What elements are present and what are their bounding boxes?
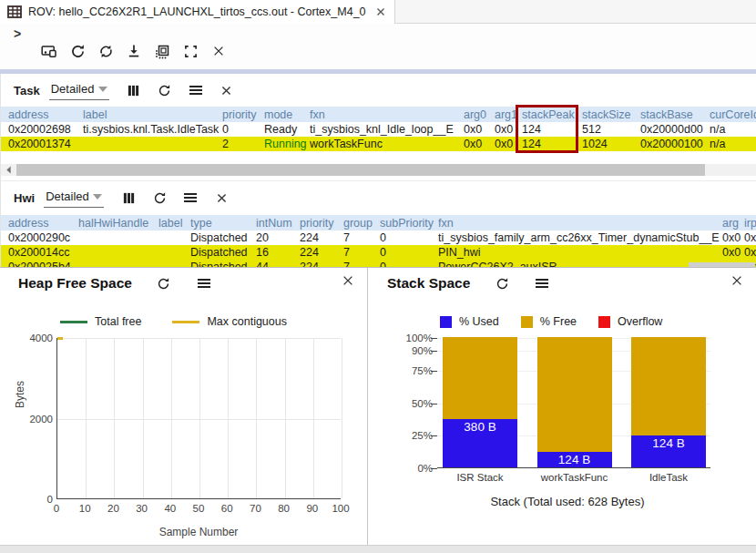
column-header-label[interactable]: label [158, 215, 190, 230]
column-header-mode[interactable]: mode [264, 107, 310, 122]
close-icon[interactable] [730, 274, 743, 287]
expand-icon[interactable] [182, 43, 199, 59]
x-tick-label: 50 [193, 503, 205, 514]
cell-group: 7 [343, 260, 380, 267]
cell-label [83, 137, 222, 151]
column-header-fxn[interactable]: fxn [438, 215, 722, 230]
column-header-irp[interactable]: irp [744, 215, 756, 230]
column-header-stackBase[interactable]: stackBase [640, 107, 710, 122]
refresh-icon[interactable] [69, 43, 86, 59]
cell-stackPeak: 124 [522, 137, 582, 151]
menu-icon[interactable] [182, 189, 199, 206]
cell-priority: 224 [300, 230, 343, 245]
stack-bar[interactable]: 124 B [537, 337, 612, 467]
hwi-header-row: addresshalHwiHandlelabeltypeintNumpriori… [1, 215, 756, 230]
cell-intNum: 44 [256, 260, 300, 267]
column-header-stackSize[interactable]: stackSize [582, 107, 640, 122]
chevron-right-icon[interactable]: > [14, 26, 21, 41]
bottom-strip [0, 545, 756, 553]
cell-irp: 0x0 [744, 245, 756, 260]
hwi-table: addresshalHwiHandlelabeltypeintNumpriori… [1, 215, 756, 267]
bar-segment-free [443, 337, 517, 419]
task-section-title: Task [14, 84, 40, 97]
table-row[interactable]: 0x200013742RunningworkTaskFunc0x00x01241… [1, 137, 756, 151]
cell-halHwiHandle [78, 260, 158, 267]
column-header-type[interactable]: type [190, 215, 256, 230]
column-header-address[interactable]: address [1, 107, 83, 122]
bar-segment-used: 380 B [443, 419, 517, 467]
stack-bar[interactable]: 124 B [631, 337, 706, 467]
close-icon[interactable] [219, 82, 235, 98]
stack-chart-title: Stack Space [387, 275, 470, 292]
refresh-icon[interactable] [156, 275, 172, 292]
x-tick-label: 20 [107, 503, 119, 514]
download-icon[interactable] [126, 43, 142, 59]
refresh-icon[interactable] [157, 82, 173, 98]
cell-curCoreId: n/a [710, 137, 756, 151]
menu-icon[interactable] [196, 275, 212, 292]
scrollbar-thumb[interactable] [16, 164, 705, 176]
table-row[interactable]: 0x2000290cDispatched2022470ti_sysbios_fa… [1, 230, 756, 245]
legend-item: % Free [521, 315, 577, 328]
y-tick-label: 4000 [4, 332, 53, 344]
cell-label [158, 260, 190, 267]
x-tick-label: 60 [221, 503, 233, 514]
tab-close-icon[interactable] [376, 7, 385, 16]
cell-fxn: ti_sysbios_family_arm_cc26xx_Timer_dynam… [438, 230, 722, 245]
heap-legend: Total freeMax contiguous [60, 315, 287, 328]
memory-chip-icon[interactable] [154, 43, 170, 59]
column-header-halHwiHandle[interactable]: halHwiHandle [78, 215, 158, 230]
cell-subPriority: 0 [380, 260, 438, 267]
column-header-priority[interactable]: priority [222, 107, 264, 122]
close-icon[interactable] [342, 274, 354, 287]
scroll-left-icon[interactable] [3, 165, 14, 175]
cell-stackSize: 1024 [582, 137, 640, 151]
close-icon[interactable] [210, 43, 227, 59]
column-header-address[interactable]: address [1, 215, 78, 230]
column-header-intNum[interactable]: intNum [256, 215, 300, 230]
columns-icon[interactable] [120, 189, 137, 206]
columns-icon[interactable] [126, 82, 142, 98]
rov-tab[interactable]: ROV: hello_CC26X2R1_LAUNCHXL_tirtos_ccs.… [0, 0, 395, 24]
refresh-icon[interactable] [494, 275, 510, 292]
column-header-subPriority[interactable]: subPriority [380, 215, 438, 230]
table-row[interactable]: 0x200014ccDispatched1622470PIN_hwi0x00x0 [1, 245, 756, 260]
menu-icon[interactable] [188, 82, 204, 98]
bar-segment-used: 124 B [631, 435, 706, 467]
task-toolbar-icons [126, 82, 235, 98]
stack-category-labels: ISR StackworkTaskFuncIdleTask [437, 472, 710, 485]
close-icon[interactable] [213, 189, 230, 206]
column-header-curCoreId[interactable]: curCoreId [710, 107, 756, 122]
column-header-arg1[interactable]: arg1 [495, 107, 522, 122]
screen-capture-icon[interactable] [41, 43, 57, 59]
task-view-mode-dropdown[interactable]: Detailed [49, 80, 109, 100]
x-tick-label: 80 [278, 503, 290, 514]
cell-group: 7 [343, 230, 380, 245]
menu-icon[interactable] [534, 275, 550, 292]
cell-priority: 0 [222, 122, 264, 137]
refresh-icon[interactable] [151, 189, 168, 206]
column-header-stackPeak[interactable]: stackPeak [522, 107, 582, 122]
table-row[interactable]: 0x200025b4Dispatched4422470PowerCC26X2_a… [1, 260, 756, 267]
table-row[interactable]: 0x20002698ti.sysbios.knl.Task.IdleTask0R… [1, 122, 756, 137]
task-horizontal-scrollbar[interactable] [1, 164, 756, 176]
legend-swatch [440, 316, 452, 328]
cell-address: 0x200014cc [1, 245, 78, 260]
auto-refresh-icon[interactable] [97, 43, 114, 59]
column-header-arg[interactable]: arg [722, 215, 744, 230]
hwi-view-mode-dropdown[interactable]: Detailed [44, 188, 104, 208]
cell-stackSize: 512 [582, 122, 640, 137]
column-header-label[interactable]: label [83, 107, 222, 122]
column-header-priority[interactable]: priority [300, 215, 343, 230]
column-header-group[interactable]: group [343, 215, 380, 230]
heap-chart-head: Heap Free Space [18, 275, 212, 292]
task-panel-toolbar: Task Detailed [14, 79, 235, 101]
column-header-fxn[interactable]: fxn [310, 107, 464, 122]
cell-label [158, 230, 190, 245]
legend-item: % Used [440, 315, 499, 328]
stack-bar[interactable]: 380 B [443, 337, 517, 467]
hwi-panel-toolbar: Hwi Detailed [14, 187, 230, 209]
column-header-arg0[interactable]: arg0 [464, 107, 495, 122]
cell-arg1: 0x0 [495, 137, 522, 151]
rov-toolbar [41, 43, 227, 59]
